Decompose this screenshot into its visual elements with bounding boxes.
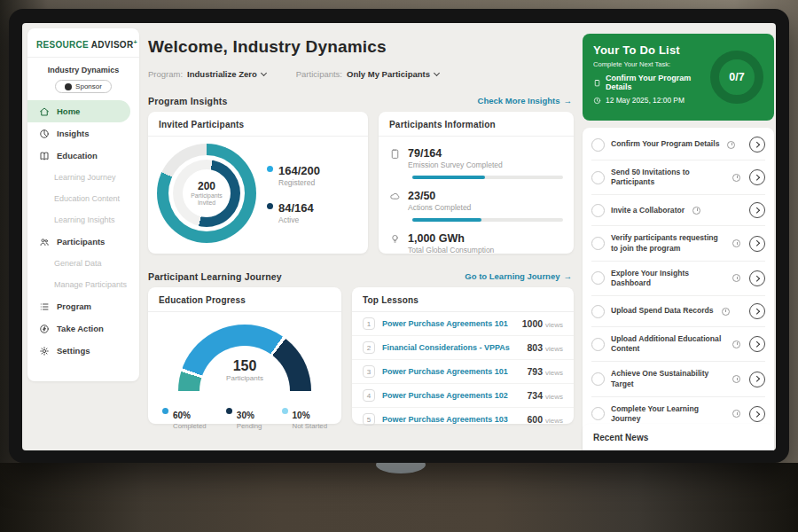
clipboard-icon (593, 79, 601, 87)
legend-not-started: 10% Not Started (282, 406, 327, 430)
todo-item[interactable]: Explore Your Insights Dashboard (591, 262, 765, 296)
sidebar-item-label: Program (57, 301, 91, 311)
sidebar-item-label: Settings (57, 346, 90, 356)
participants-dropdown[interactable]: Participants: Only My Participants (296, 69, 439, 79)
lesson-rank: 1 (363, 317, 375, 330)
chevron-right-button[interactable] (749, 202, 765, 218)
checkbox-circle[interactable] (591, 338, 605, 351)
lesson-row: 2 Financial Considerations - VPPAs 803 v… (352, 336, 574, 360)
checkbox-circle[interactable] (591, 237, 605, 250)
education-progress-card: Education Progress 150 Participants 60% … (148, 287, 341, 424)
check-more-insights-link[interactable]: Check More Insights → (478, 96, 572, 106)
sidebar-item-insights[interactable]: Insights (27, 122, 139, 145)
todo-item[interactable]: Upload Additional Educational Content (591, 327, 765, 362)
sidebar-item-program[interactable]: Program (27, 295, 139, 317)
sidebar-item-take-action[interactable]: Take Action (27, 317, 139, 340)
todo-due-date: 12 May 2025, 12:00 PM (593, 96, 710, 105)
list-icon (39, 301, 50, 312)
lesson-row: 1 Power Purchase Agreements 101 1000 vie… (352, 312, 574, 336)
lesson-row: 4 Power Purchase Agreements 102 734 view… (352, 384, 574, 408)
chevron-right-button[interactable] (749, 303, 765, 319)
gauge-legend: 60% Completed 30% Pending 10% Not Starte… (148, 395, 341, 430)
legend-pending: 30% Pending (226, 406, 262, 430)
filter-bar: Program: Industrialize Zero Participants… (148, 69, 439, 79)
checkbox-circle[interactable] (591, 305, 605, 318)
recent-news-card: Recent News (583, 424, 774, 450)
participants-info-card: Participants Information 79/164 Emission… (379, 112, 574, 254)
clock-icon (732, 239, 740, 247)
todo-item[interactable]: Confirm Your Program Details (591, 129, 765, 160)
checkbox-circle[interactable] (591, 171, 605, 184)
clock-icon (732, 375, 740, 383)
chevron-right-button[interactable] (749, 336, 765, 352)
program-value: Industrialize Zero (187, 69, 257, 79)
app-logo: RESOURCE ADVISOR+ (27, 28, 139, 58)
sidebar-item-label: Insights (57, 129, 89, 138)
sidebar: RESOURCE ADVISOR+ Industry Dynamics Spon… (27, 28, 139, 381)
clock-icon (692, 207, 700, 215)
chevron-right-button[interactable] (749, 169, 765, 185)
sponsor-icon (65, 83, 72, 90)
logo-text-secondary: ADVISOR (91, 40, 134, 50)
todo-item[interactable]: Invite a Collaborator (591, 195, 765, 226)
card-title: Participants Information (379, 112, 574, 137)
clock-icon (732, 340, 740, 348)
lesson-link[interactable]: Power Purchase Agreements 103 (382, 415, 508, 424)
lesson-rank: 2 (363, 341, 375, 354)
sidebar-item-participants[interactable]: Participants (27, 231, 139, 253)
legend-active: 84/164 Active (267, 200, 320, 224)
stat-actions: 23/50 Actions Completed (379, 179, 574, 212)
chevron-right-button[interactable] (749, 406, 765, 422)
legend-dot-completed (162, 408, 168, 414)
sidebar-item-manage-participants[interactable]: Manage Participants (27, 274, 139, 295)
sponsor-badge[interactable]: Sponsor (55, 80, 112, 93)
todo-item[interactable]: Upload Spend Data Records (591, 296, 765, 327)
go-to-learning-journey-link[interactable]: Go to Learning Journey → (465, 271, 572, 281)
legend-dot-not-started (282, 408, 288, 414)
chevron-right-button[interactable] (749, 270, 765, 286)
sidebar-item-home[interactable]: Home (27, 100, 130, 122)
chevron-right-button[interactable] (749, 236, 765, 252)
chevron-down-icon (261, 69, 267, 75)
bulb-icon (389, 233, 401, 254)
book-icon (39, 151, 50, 161)
invited-participants-card: Invited Participants 200 Participants In… (148, 112, 368, 254)
lesson-link[interactable]: Power Purchase Agreements 101 (382, 319, 508, 328)
lesson-link[interactable]: Power Purchase Agreements 102 (382, 391, 508, 400)
sidebar-item-settings[interactable]: Settings (27, 340, 139, 362)
checkbox-circle[interactable] (591, 271, 605, 285)
checkbox-circle[interactable] (591, 138, 605, 152)
lesson-link[interactable]: Power Purchase Agreements 101 (382, 367, 508, 376)
arrow-right-icon: → (564, 96, 573, 106)
todo-item[interactable]: Verify participants requesting to join t… (591, 226, 765, 261)
checkbox-circle[interactable] (591, 407, 605, 420)
program-dropdown[interactable]: Program: Industrialize Zero (148, 69, 266, 79)
sidebar-item-label: Take Action (57, 324, 104, 333)
chevron-right-button[interactable] (749, 372, 765, 387)
sidebar-item-education-content[interactable]: Education Content (27, 188, 139, 209)
clock-icon (732, 174, 740, 182)
todo-subtitle: Complete Your Next Task: (593, 60, 710, 68)
sidebar-item-label: Education (57, 151, 98, 160)
take-action-icon (39, 324, 50, 334)
program-label: Program: (148, 69, 183, 79)
chevron-down-icon (434, 69, 440, 75)
todo-item[interactable]: Achieve One Sustainability Target (591, 362, 765, 396)
sidebar-item-learning-journey[interactable]: Learning Journey (27, 167, 139, 188)
home-icon (39, 106, 50, 117)
sidebar-item-learning-insights[interactable]: Learning Insights (27, 209, 139, 231)
gauge-center-label: 150 Participants (178, 358, 311, 382)
checkbox-circle[interactable] (591, 204, 605, 217)
donut-legend: 164/200 Registered 84/164 Active (267, 162, 320, 224)
todo-item[interactable]: Send 50 Invitations to Participants (591, 160, 765, 195)
sidebar-item-general-data[interactable]: General Data (27, 253, 139, 274)
chevron-right-button[interactable] (749, 137, 765, 153)
sidebar-item-education[interactable]: Education (27, 145, 139, 167)
invited-donut-chart: 200 Participants Invited (157, 144, 256, 243)
card-title: Top Lessons (352, 287, 574, 312)
todo-progress-ring: 0/7 (710, 51, 763, 104)
checkbox-circle[interactable] (591, 372, 605, 386)
lesson-link[interactable]: Financial Considerations - VPPAs (382, 343, 510, 352)
insights-icon (39, 129, 50, 139)
donut-center-label: 200 Participants Invited (157, 144, 256, 243)
